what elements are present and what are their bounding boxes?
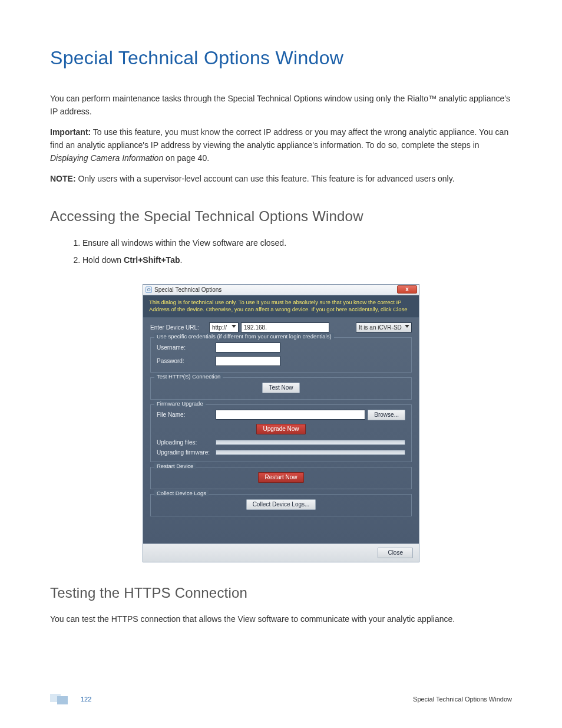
restart-now-button[interactable]: Restart Now <box>258 472 303 483</box>
collect-logs-fieldset: Collect Device Logs Collect Device Logs.… <box>150 494 412 516</box>
dialog-title: Special Technical Options <box>154 286 222 293</box>
note-paragraph: NOTE: Only users with a supervisor-level… <box>50 173 512 186</box>
uploading-progress <box>216 440 405 445</box>
dialog-titlebar: O Special Technical Options x <box>143 285 419 295</box>
page-number: 122 <box>81 696 91 703</box>
filename-label: File Name: <box>157 411 216 418</box>
upgrading-progress <box>216 450 405 455</box>
close-icon[interactable]: x <box>397 285 417 294</box>
firmware-upgrade-fieldset: Firmware Upgrade File Name: Browse... Up… <box>150 404 412 462</box>
protocol-value: http:// <box>212 324 227 331</box>
dialog-footer: Close <box>143 543 419 562</box>
intro-paragraph: You can perform maintenance tasks throug… <box>50 93 512 118</box>
step2-post: . <box>180 255 182 265</box>
page-title: Special Technical Options Window <box>50 47 512 69</box>
credentials-legend: Use specific credentials (if different f… <box>154 333 334 340</box>
footer-section-title: Special Technical Options Window <box>413 696 512 703</box>
upgrade-now-button[interactable]: Upgrade Now <box>256 424 305 434</box>
important-paragraph: Important: To use this feature, you must… <box>50 126 512 164</box>
document-page: Special Technical Options Window You can… <box>0 0 562 728</box>
footer-left: 122 <box>50 694 91 704</box>
collect-legend: Collect Device Logs <box>154 490 209 496</box>
password-input[interactable] <box>216 356 280 366</box>
note-text: Only users with a supervisor-level accou… <box>76 174 455 183</box>
url-row: Enter Device URL: http:// 192.168. It is… <box>150 322 412 332</box>
testing-paragraph: You can test the HTTPS connection that a… <box>50 613 512 626</box>
username-label: Username: <box>157 344 216 351</box>
dialog-body: Enter Device URL: http:// 192.168. It is… <box>143 318 419 543</box>
restart-device-fieldset: Restart Device Restart Now <box>150 467 412 489</box>
url-label: Enter Device URL: <box>150 324 209 331</box>
device-type-value: It is an iCVR-SD <box>359 324 402 331</box>
close-button[interactable]: Close <box>378 548 413 558</box>
steps-list: Ensure all windows within the View softw… <box>82 236 512 266</box>
test-now-button[interactable]: Test Now <box>262 383 299 393</box>
browse-button[interactable]: Browse... <box>368 410 405 420</box>
footer-logo-icon <box>50 694 68 704</box>
protocol-select[interactable]: http:// <box>209 322 239 332</box>
username-input[interactable] <box>216 342 280 353</box>
upgrading-label: Upgrading firmware: <box>157 449 216 456</box>
device-type-select[interactable]: It is an iCVR-SD <box>356 322 412 332</box>
important-label: Important: <box>50 127 91 137</box>
chevron-down-icon <box>232 325 236 328</box>
collect-logs-button[interactable]: Collect Device Logs... <box>246 499 316 510</box>
note-label: NOTE: <box>50 174 76 183</box>
section-heading-testing: Testing the HTTPS Connection <box>50 585 512 601</box>
restart-legend: Restart Device <box>154 463 196 469</box>
device-url-input[interactable]: 192.168. <box>241 322 329 332</box>
step2-pre: Hold down <box>82 255 124 265</box>
app-icon: O <box>146 286 152 293</box>
page-footer: 122 Special Technical Options Window <box>50 694 512 704</box>
password-label: Password: <box>157 358 216 364</box>
list-item: Ensure all windows within the View softw… <box>82 236 512 249</box>
dialog-warning: This dialog is for technical use only. T… <box>143 295 419 318</box>
chevron-down-icon <box>405 325 409 328</box>
section-heading-accessing: Accessing the Special Technical Options … <box>50 208 512 225</box>
uploading-label: Uploading files: <box>157 439 216 446</box>
credentials-fieldset: Use specific credentials (if different f… <box>150 337 412 373</box>
sto-dialog: O Special Technical Options x This dialo… <box>143 284 419 562</box>
important-tail: on page 40. <box>163 153 209 163</box>
firmware-legend: Firmware Upgrade <box>154 400 206 407</box>
step2-keys: Ctrl+Shift+Tab <box>124 255 180 265</box>
test-connection-fieldset: Test HTTP(S) Connection Test Now <box>150 377 412 400</box>
important-text: To use this feature, you must know the c… <box>50 127 508 150</box>
test-legend: Test HTTP(S) Connection <box>154 373 223 380</box>
filename-input[interactable] <box>216 410 365 420</box>
list-item: Hold down Ctrl+Shift+Tab. <box>82 253 512 266</box>
important-reference: Displaying Camera Information <box>50 153 163 163</box>
